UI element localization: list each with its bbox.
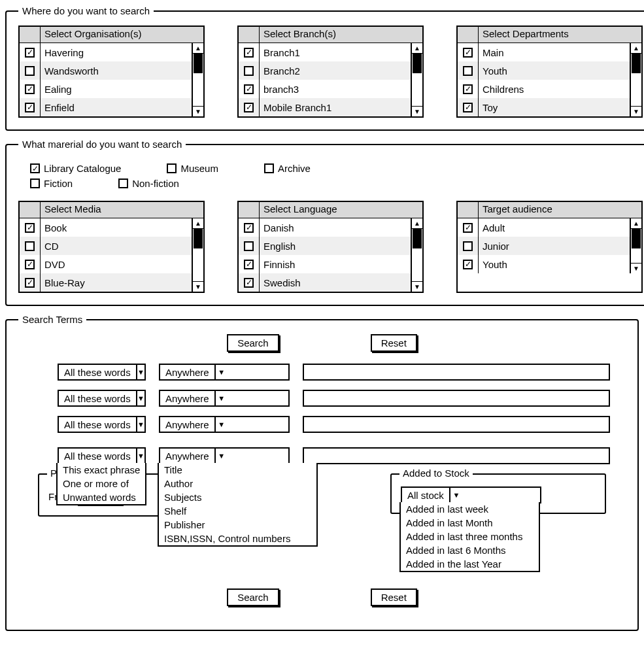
- dropdown-option[interactable]: Publisher: [159, 518, 316, 532]
- list-item[interactable]: Swedish: [239, 273, 411, 292]
- list-item[interactable]: Mobile Branch1: [239, 98, 411, 116]
- field-select[interactable]: Anywhere ▼: [159, 416, 290, 433]
- dropdown-option[interactable]: Added in the last Year: [401, 557, 539, 571]
- checkbox[interactable]: [264, 163, 274, 173]
- checkbox[interactable]: [244, 260, 254, 269]
- checkbox[interactable]: [463, 84, 473, 94]
- dropdown-option[interactable]: Added in last three months: [401, 530, 539, 543]
- dropdown-option[interactable]: Unwanted words: [58, 490, 145, 504]
- list-item[interactable]: Danish: [239, 218, 411, 237]
- scroll-down-icon[interactable]: ▼: [631, 106, 641, 116]
- checkbox[interactable]: [25, 48, 35, 58]
- list-item[interactable]: Enfield: [20, 98, 192, 116]
- mode-select[interactable]: All these words ▼: [58, 416, 146, 433]
- list-item[interactable]: Junior: [458, 237, 630, 255]
- term-input[interactable]: [303, 364, 610, 381]
- checkbox[interactable]: [244, 278, 254, 288]
- scrollbar[interactable]: ▲ ▼: [630, 43, 641, 116]
- checkbox[interactable]: [25, 241, 35, 251]
- checkbox[interactable]: [30, 163, 40, 173]
- scrollbar[interactable]: ▲ ▼: [192, 218, 203, 292]
- department-listbox[interactable]: Select Departments MainYouthChildrensToy…: [456, 26, 643, 118]
- list-item[interactable]: Branch1: [239, 43, 411, 61]
- mode-dropdown[interactable]: This exact phraseOne or more ofUnwanted …: [56, 463, 146, 505]
- list-item[interactable]: Youth: [458, 255, 630, 273]
- field-select[interactable]: Anywhere ▼: [159, 447, 290, 464]
- list-item[interactable]: Ealing: [20, 80, 192, 98]
- checkbox-option[interactable]: Fiction: [30, 178, 73, 189]
- checkbox[interactable]: [25, 103, 35, 112]
- list-item[interactable]: CD: [20, 237, 192, 255]
- list-item[interactable]: Blue-Ray: [20, 273, 192, 292]
- term-input[interactable]: [303, 447, 610, 464]
- checkbox-option[interactable]: Non-fiction: [118, 178, 179, 189]
- checkbox-option[interactable]: Museum: [167, 163, 218, 174]
- checkbox[interactable]: [463, 241, 473, 251]
- search-button[interactable]: Search: [227, 588, 279, 606]
- checkbox[interactable]: [463, 260, 473, 269]
- checkbox[interactable]: [463, 66, 473, 76]
- dropdown-option[interactable]: Shelf: [159, 504, 316, 518]
- media-listbox[interactable]: Select Media BookCDDVDBlue-Ray ▲ ▼: [18, 201, 205, 293]
- stock-select[interactable]: All stock ▼: [401, 486, 541, 503]
- mode-select[interactable]: All these words ▼: [58, 364, 146, 381]
- checkbox[interactable]: [244, 103, 254, 112]
- field-select[interactable]: Anywhere ▼: [159, 364, 290, 381]
- scroll-up-icon[interactable]: ▲: [631, 43, 641, 54]
- branch-listbox[interactable]: Select Branch(s) Branch1Branch2branch3Mo…: [237, 26, 424, 118]
- reset-button[interactable]: Reset: [371, 588, 417, 606]
- field-dropdown[interactable]: TitleAuthorSubjectsShelfPublisherISBN,IS…: [158, 463, 318, 547]
- checkbox[interactable]: [244, 66, 254, 76]
- list-item[interactable]: English: [239, 237, 411, 255]
- scrollbar[interactable]: ▲ ▼: [192, 43, 203, 116]
- scroll-down-icon[interactable]: ▼: [412, 281, 422, 292]
- organisation-listbox[interactable]: Select Organisation(s) HaveringWandswort…: [18, 26, 205, 118]
- mode-select[interactable]: All these words ▼: [58, 447, 146, 464]
- list-item[interactable]: Youth: [458, 61, 630, 80]
- list-item[interactable]: Toy: [458, 98, 630, 116]
- stock-dropdown[interactable]: Added in last weekAdded in last MonthAdd…: [399, 502, 540, 572]
- scroll-down-icon[interactable]: ▼: [412, 106, 422, 116]
- checkbox[interactable]: [463, 223, 473, 233]
- scrollbar[interactable]: ▲ ▼: [411, 218, 422, 292]
- checkbox[interactable]: [25, 278, 35, 288]
- dropdown-option[interactable]: Added in last 6 Months: [401, 543, 539, 557]
- dropdown-option[interactable]: Subjects: [159, 490, 316, 504]
- scroll-up-icon[interactable]: ▲: [193, 43, 203, 54]
- field-select[interactable]: Anywhere ▼: [159, 390, 290, 407]
- dropdown-option[interactable]: ISBN,ISSN, Control numbers: [159, 532, 316, 545]
- dropdown-option[interactable]: Added in last Month: [401, 516, 539, 530]
- checkbox[interactable]: [30, 179, 40, 188]
- checkbox[interactable]: [167, 163, 177, 173]
- search-button[interactable]: Search: [227, 334, 279, 352]
- scroll-down-icon[interactable]: ▼: [631, 263, 641, 273]
- checkbox[interactable]: [25, 84, 35, 94]
- list-item[interactable]: Wandsworth: [20, 61, 192, 80]
- scroll-up-icon[interactable]: ▲: [631, 218, 641, 229]
- checkbox[interactable]: [25, 260, 35, 269]
- list-item[interactable]: branch3: [239, 80, 411, 98]
- dropdown-option[interactable]: Title: [159, 463, 316, 477]
- checkbox-option[interactable]: Library Catalogue: [30, 163, 121, 174]
- checkbox[interactable]: [25, 223, 35, 233]
- scroll-up-icon[interactable]: ▲: [412, 218, 422, 229]
- list-item[interactable]: Childrens: [458, 80, 630, 98]
- list-item[interactable]: Branch2: [239, 61, 411, 80]
- dropdown-option[interactable]: This exact phrase: [58, 463, 145, 477]
- checkbox[interactable]: [463, 103, 473, 112]
- checkbox[interactable]: [244, 241, 254, 251]
- dropdown-option[interactable]: Added in last week: [401, 502, 539, 516]
- scrollbar[interactable]: ▲ ▼: [411, 43, 422, 116]
- scroll-up-icon[interactable]: ▲: [193, 218, 203, 229]
- checkbox[interactable]: [244, 84, 254, 94]
- checkbox[interactable]: [463, 48, 473, 58]
- list-item[interactable]: Finnish: [239, 255, 411, 273]
- checkbox[interactable]: [118, 179, 128, 188]
- list-item[interactable]: Book: [20, 218, 192, 237]
- reset-button[interactable]: Reset: [371, 334, 417, 352]
- checkbox[interactable]: [25, 66, 35, 76]
- dropdown-option[interactable]: One or more of: [58, 477, 145, 490]
- checkbox-option[interactable]: Archive: [264, 163, 311, 174]
- scroll-up-icon[interactable]: ▲: [412, 43, 422, 54]
- mode-select[interactable]: All these words ▼: [58, 390, 146, 407]
